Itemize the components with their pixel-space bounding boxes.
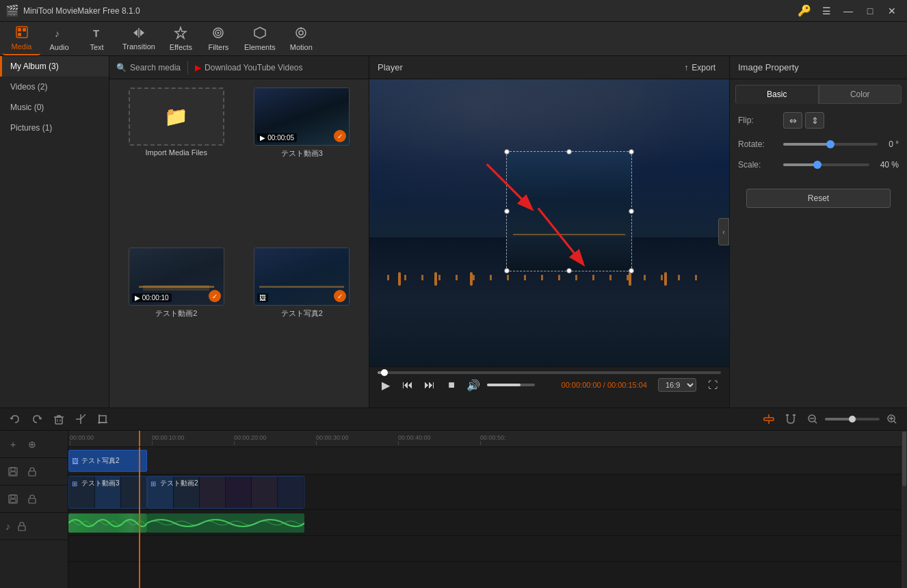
export-icon: ↑ — [684, 63, 688, 72]
toolbar-effects[interactable]: Effects — [162, 23, 200, 55]
media-item-photo2[interactable]: ✓ 🖼 テスト写真2 — [244, 248, 361, 399]
tab-color[interactable]: Color — [819, 85, 902, 104]
import-media-item[interactable]: 📁 Import Media Files — [118, 88, 235, 239]
add-track-button[interactable]: + — [5, 437, 21, 452]
scale-slider[interactable] — [783, 163, 869, 166]
scale-row: Scale: 40 % — [738, 160, 899, 170]
sidebar-item-videos[interactable]: Videos (2) — [0, 77, 109, 97]
zoom-slider[interactable] — [825, 418, 880, 420]
search-media-tab[interactable]: 🔍 Search media — [109, 56, 187, 79]
fullscreen-button[interactable]: ⛶ — [705, 377, 721, 393]
handle-bot-center[interactable] — [566, 268, 572, 273]
toolbar-media[interactable]: Media — [3, 23, 40, 55]
progress-handle[interactable] — [381, 369, 388, 376]
redo-button[interactable] — [27, 410, 47, 429]
bottom-toolbar — [0, 407, 907, 431]
aspect-ratio-select[interactable]: 16:9 4:3 1:1 — [658, 378, 696, 392]
sidebar-my-album-label: My Album (3) — [10, 62, 59, 71]
photo2-type-icon: 🖼 — [257, 293, 268, 302]
ruler-marks: 00:00:00 00:00:10:00 00:00:20:00 00:00:3… — [68, 431, 907, 446]
toolbar-motion[interactable]: Motion — [282, 23, 320, 55]
zoom-in-button[interactable] — [882, 410, 902, 429]
timeline: + ⊕ ♪ — [0, 431, 907, 588]
video-clip-3[interactable]: ⊞ テスト動画3 — [68, 476, 147, 509]
sidebar-item-music[interactable]: Music (0) — [0, 97, 109, 118]
handle-bot-right[interactable] — [629, 268, 634, 273]
flip-horizontal-button[interactable]: ⇔ — [783, 112, 802, 129]
stop-button[interactable]: ■ — [443, 377, 460, 393]
video2-thumb[interactable]: ▶ 00:00:10 ✓ — [129, 248, 224, 306]
minimize-button[interactable]: — — [839, 4, 858, 18]
import-thumb[interactable]: 📁 — [129, 88, 224, 146]
svg-rect-47 — [29, 498, 36, 503]
volume-slider[interactable] — [487, 384, 535, 386]
total-time: 00:00:15:04 — [607, 381, 647, 389]
handle-top-right[interactable] — [629, 149, 634, 155]
play-button[interactable]: ▶ — [378, 377, 394, 393]
youtube-download-tab[interactable]: ▶ Download YouTube Videos — [188, 56, 309, 79]
close-button[interactable]: ✕ — [882, 4, 902, 18]
prev-frame-button[interactable]: ⏮ — [399, 377, 416, 393]
ruler-label-2: 00:00:20:00 — [234, 434, 267, 441]
handle-top-center[interactable] — [566, 149, 572, 155]
audio-lock-button[interactable] — [25, 492, 40, 507]
maximize-button[interactable]: □ — [860, 4, 880, 18]
overlay-image-container[interactable] — [506, 151, 632, 271]
scrollbar-thumb[interactable] — [902, 431, 906, 486]
audio-clip-2[interactable] — [147, 513, 304, 533]
sidebar-item-my-album[interactable]: My Album (3) — [0, 56, 109, 77]
zoom-out-button[interactable] — [803, 410, 822, 429]
flip-vertical-button[interactable]: ⇕ — [805, 112, 824, 129]
panel-collapse-button[interactable]: ‹ — [718, 218, 729, 245]
photo2-label: テスト写真2 — [281, 308, 323, 319]
audio-clip-1[interactable] — [68, 513, 147, 533]
menu-button[interactable]: ☰ — [817, 4, 836, 18]
magnet-button[interactable] — [781, 410, 800, 429]
sidebar-item-pictures[interactable]: Pictures (1) — [0, 118, 109, 138]
toolbar-elements-label: Elements — [244, 43, 276, 51]
toolbar-filters[interactable]: Filters — [200, 23, 237, 55]
handle-top-left[interactable] — [504, 149, 510, 155]
photo2-thumb[interactable]: ✓ 🖼 — [254, 248, 350, 306]
cut-button[interactable] — [71, 410, 90, 429]
media-item-video3[interactable]: ▶ 00:00:05 ✓ テスト動画3 — [244, 88, 361, 239]
toolbar-elements[interactable]: Elements — [237, 23, 282, 55]
volume-button[interactable]: 🔊 — [465, 377, 482, 393]
search-icon: 🔍 — [116, 63, 127, 72]
rotate-slider[interactable] — [783, 143, 878, 146]
snap-button[interactable] — [759, 410, 778, 429]
volume-fill — [487, 384, 521, 386]
media-item-video2[interactable]: ▶ 00:00:10 ✓ テスト動画2 — [118, 248, 235, 399]
music-lock-button[interactable] — [14, 519, 29, 534]
scale-thumb[interactable] — [813, 161, 821, 169]
progress-bar[interactable] — [378, 371, 721, 374]
reset-button[interactable]: Reset — [746, 189, 891, 208]
video-save-button[interactable] — [5, 464, 21, 479]
video-lock-button[interactable] — [25, 464, 40, 479]
light1 — [398, 272, 401, 286]
music-track-row — [68, 536, 907, 562]
tab-basic[interactable]: Basic — [735, 85, 819, 104]
svg-marker-11 — [254, 27, 265, 38]
video3-thumb[interactable]: ▶ 00:00:05 ✓ — [254, 88, 350, 146]
export-button[interactable]: ↑ Export — [679, 61, 721, 75]
video-clip-2[interactable]: ⊞ テスト動画2 — [147, 476, 304, 509]
toolbar-transition[interactable]: Transition — [116, 23, 162, 55]
next-frame-button[interactable]: ⏭ — [421, 377, 438, 393]
handle-mid-right[interactable] — [629, 209, 634, 214]
svg-rect-42 — [10, 472, 16, 475]
handle-bot-left[interactable] — [504, 268, 510, 273]
timeline-scrollbar[interactable] — [902, 431, 907, 588]
rotate-thumb[interactable] — [826, 140, 834, 148]
zoom-thumb[interactable] — [849, 416, 856, 423]
toolbar-text[interactable]: T Text — [78, 23, 116, 55]
handle-mid-left[interactable] — [504, 209, 510, 214]
crop-button[interactable] — [93, 410, 112, 429]
delete-button[interactable] — [49, 410, 68, 429]
light4 — [629, 272, 631, 286]
image-clip-photo2[interactable]: 🖼 テスト写真2 — [68, 450, 147, 472]
undo-button[interactable] — [5, 410, 25, 429]
audio-save-button[interactable] — [5, 492, 21, 507]
toolbar-audio[interactable]: ♪ Audio — [40, 23, 78, 55]
add-track-below-button[interactable]: ⊕ — [25, 437, 40, 452]
